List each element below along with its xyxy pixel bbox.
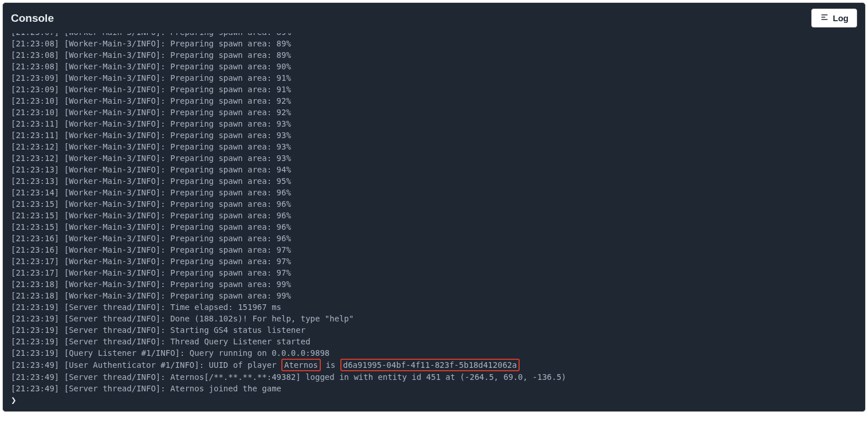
log-line: [21:23:19] [Query Listener #1/INFO]: Que…: [11, 347, 857, 359]
log-line: [21:23:13] [Worker-Main-3/INFO]: Prepari…: [11, 175, 857, 187]
log-icon: [820, 13, 829, 23]
log-line: [21:23:19] [Server thread/INFO]: Time el…: [11, 301, 857, 313]
log-line: [21:23:14] [Worker-Main-3/INFO]: Prepari…: [11, 187, 857, 198]
log-line: [21:23:18] [Worker-Main-3/INFO]: Prepari…: [11, 278, 857, 290]
log-line: [21:23:19] [Server thread/INFO]: Done (1…: [11, 313, 857, 324]
log-line: [21:23:11] [Worker-Main-3/INFO]: Prepari…: [11, 118, 857, 129]
log-line: [21:23:15] [Worker-Main-3/INFO]: Prepari…: [11, 221, 857, 233]
log-output: [21:23:07] [Worker-Main-3/INFO]: Prepari…: [11, 33, 857, 394]
log-button-label: Log: [833, 13, 849, 23]
log-line: [21:23:15] [Worker-Main-3/INFO]: Prepari…: [11, 210, 857, 221]
log-line: [21:23:12] [Worker-Main-3/INFO]: Prepari…: [11, 152, 857, 164]
log-line: [21:23:10] [Worker-Main-3/INFO]: Prepari…: [11, 95, 857, 107]
log-line: [21:23:09] [Worker-Main-3/INFO]: Prepari…: [11, 72, 857, 84]
log-line: [21:23:15] [Worker-Main-3/INFO]: Prepari…: [11, 198, 857, 210]
log-line: [21:23:12] [Worker-Main-3/INFO]: Prepari…: [11, 141, 857, 152]
console-title: Console: [11, 12, 54, 25]
log-line: [21:23:08] [Worker-Main-3/INFO]: Prepari…: [11, 49, 857, 61]
log-line: [21:23:19] [Server thread/INFO]: Thread …: [11, 336, 857, 347]
console-header: Console Log: [3, 3, 865, 33]
log-line: [21:23:16] [Worker-Main-3/INFO]: Prepari…: [11, 244, 857, 256]
log-line: [21:23:16] [Worker-Main-3/INFO]: Prepari…: [11, 233, 857, 244]
highlight-box: d6a91995-04bf-4f11-823f-5b18d412062a: [340, 359, 520, 371]
log-line: [21:23:11] [Worker-Main-3/INFO]: Prepari…: [11, 129, 857, 141]
highlight-box: Aternos: [281, 359, 321, 371]
log-line: [21:23:17] [Worker-Main-3/INFO]: Prepari…: [11, 256, 857, 267]
log-line: [21:23:10] [Worker-Main-3/INFO]: Prepari…: [11, 107, 857, 118]
log-line: [21:23:08] [Worker-Main-3/INFO]: Prepari…: [11, 38, 857, 49]
log-line: [21:23:13] [Worker-Main-3/INFO]: Prepari…: [11, 164, 857, 175]
log-line: [21:23:08] [Worker-Main-3/INFO]: Prepari…: [11, 61, 857, 72]
log-line: [21:23:49] [Server thread/INFO]: Aternos…: [11, 371, 857, 383]
log-line: [21:23:17] [Worker-Main-3/INFO]: Prepari…: [11, 267, 857, 278]
console-body[interactable]: [21:23:07] [Worker-Main-3/INFO]: Prepari…: [3, 33, 865, 411]
log-line: [21:23:07] [Worker-Main-3/INFO]: Prepari…: [11, 33, 857, 38]
console-panel: Console Log [21:23:07] [Worker-Main-3/IN…: [2, 2, 866, 412]
log-line: [21:23:49] [User Authenticator #1/INFO]:…: [11, 359, 857, 371]
log-line: [21:23:18] [Worker-Main-3/INFO]: Prepari…: [11, 290, 857, 301]
log-button[interactable]: Log: [811, 9, 858, 28]
log-line: [21:23:09] [Worker-Main-3/INFO]: Prepari…: [11, 84, 857, 95]
console-prompt[interactable]: ❯: [11, 395, 17, 406]
log-line: [21:23:49] [Server thread/INFO]: Aternos…: [11, 383, 857, 394]
log-line: [21:23:19] [Server thread/INFO]: Startin…: [11, 324, 857, 336]
